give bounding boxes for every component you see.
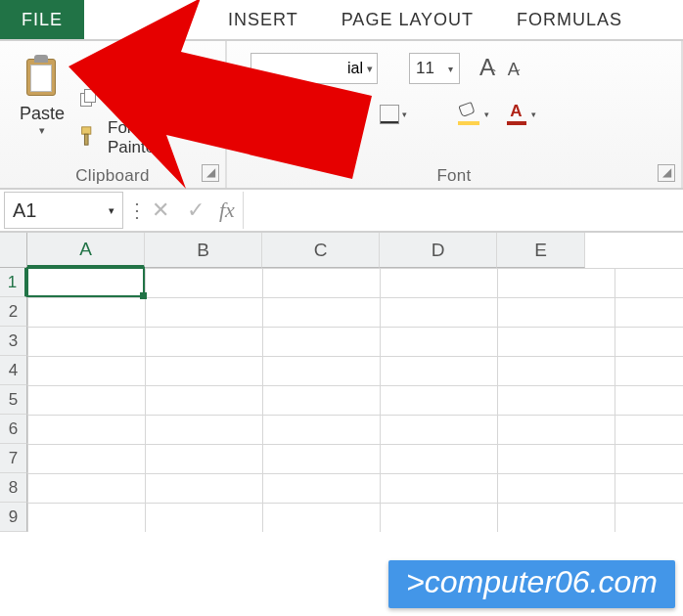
selected-cell[interactable] — [26, 267, 145, 297]
underline-button[interactable]: U▾ — [307, 104, 329, 126]
increase-font-button[interactable]: Aˆ — [479, 54, 496, 82]
format-painter-button[interactable]: Format Painter — [78, 118, 213, 157]
row-header[interactable]: 5 — [0, 385, 27, 415]
row-header[interactable]: 2 — [0, 297, 27, 327]
col-header[interactable]: C — [262, 233, 380, 268]
formula-bar: A1 ▾ ⋮ ✕ ✓ fx — [0, 190, 683, 233]
font-name-value: ial — [347, 60, 363, 77]
row-header[interactable]: 4 — [0, 356, 27, 385]
fill-color-button[interactable]: ▾ — [458, 104, 489, 125]
col-header[interactable]: B — [145, 233, 262, 268]
chevron-down-icon[interactable]: ▾ — [484, 110, 489, 119]
paste-label: Paste — [20, 104, 65, 124]
font-color-button[interactable]: A▾ — [507, 104, 536, 125]
cancel-formula-button[interactable]: ✕ — [143, 198, 178, 223]
tab-page-layout[interactable]: PAGE LAYOUT — [320, 0, 495, 39]
col-header[interactable]: E — [497, 233, 585, 268]
chevron-down-icon[interactable]: ▾ — [531, 110, 536, 119]
name-box[interactable]: A1 ▾ — [4, 192, 123, 229]
group-clipboard-label: Clipboard — [0, 166, 225, 186]
watermark: >computer06.com — [388, 560, 675, 608]
svg-point-0 — [81, 69, 87, 75]
font-color-icon: A — [507, 104, 528, 125]
svg-point-1 — [92, 69, 98, 75]
font-name-combo[interactable]: ial ▾ — [250, 53, 378, 84]
svg-rect-3 — [84, 134, 88, 145]
select-all-corner[interactable] — [0, 233, 27, 268]
paste-button[interactable]: Paste ▾ — [12, 53, 72, 157]
dialog-launcher-icon[interactable]: ◢ — [202, 164, 219, 182]
ribbon-tabs: FILE INSERT PAGE LAYOUT FORMULAS — [0, 0, 683, 41]
tab-gap — [84, 0, 206, 39]
copy-button[interactable]: ▾ — [78, 89, 213, 110]
grow-shrink-font: Aˆ Aˇ — [479, 54, 520, 82]
clipboard-icon — [23, 53, 62, 100]
group-font-label: Font — [227, 166, 681, 186]
enter-formula-button[interactable]: ✓ — [178, 198, 213, 223]
chevron-down-icon[interactable]: ▾ — [324, 110, 329, 119]
cells-area[interactable] — [27, 268, 683, 532]
brush-icon — [78, 125, 100, 152]
group-font: ial ▾ 11 ▾ Aˆ Aˇ B I U▾ ▾ ▾ A▾ Font ◢ — [227, 41, 683, 188]
ribbon: Paste ▾ ▾ — [0, 41, 683, 190]
chevron-down-icon[interactable]: ▾ — [367, 63, 373, 75]
chevron-down-icon[interactable]: ▾ — [109, 204, 114, 217]
row-header[interactable]: 1 — [0, 268, 27, 297]
format-painter-label: Format Painter — [108, 118, 213, 157]
row-header[interactable]: 8 — [0, 473, 27, 503]
decrease-font-button[interactable]: Aˇ — [508, 60, 521, 82]
cut-button[interactable] — [78, 55, 213, 81]
fill-handle[interactable] — [140, 292, 147, 299]
tab-insert[interactable]: INSERT — [206, 0, 320, 39]
italic-button[interactable]: I — [282, 102, 289, 127]
chevron-down-icon[interactable]: ▾ — [115, 95, 120, 105]
separator: ⋮ — [127, 198, 143, 222]
formula-input[interactable] — [243, 192, 683, 229]
name-box-value: A1 — [13, 199, 36, 222]
scissors-icon — [78, 55, 100, 81]
copy-icon — [78, 89, 100, 110]
borders-button[interactable]: ▾ — [380, 105, 407, 124]
col-header[interactable]: A — [27, 233, 145, 268]
dialog-launcher-icon[interactable]: ◢ — [658, 164, 675, 182]
row-header[interactable]: 7 — [0, 444, 27, 473]
spreadsheet-grid: 1 2 3 4 5 6 7 8 9 A B C D E — [0, 233, 683, 536]
font-size-combo[interactable]: 11 ▾ — [409, 53, 460, 84]
group-clipboard: Paste ▾ ▾ — [0, 41, 227, 188]
bold-button[interactable]: B — [250, 104, 264, 126]
fx-label[interactable]: fx — [219, 198, 235, 223]
tab-formulas[interactable]: FORMULAS — [495, 0, 644, 39]
chevron-down-icon[interactable]: ▾ — [448, 64, 453, 74]
row-header[interactable]: 3 — [0, 327, 27, 356]
border-icon — [380, 105, 399, 124]
row-header[interactable]: 9 — [0, 503, 27, 532]
paint-bucket-icon — [458, 104, 481, 125]
chevron-down-icon[interactable]: ▾ — [39, 124, 45, 137]
chevron-down-icon[interactable]: ▾ — [402, 110, 407, 119]
row-header[interactable]: 6 — [0, 415, 27, 444]
tab-file[interactable]: FILE — [0, 0, 84, 39]
svg-rect-2 — [82, 126, 91, 133]
font-size-value: 11 — [416, 59, 434, 78]
col-header[interactable]: D — [380, 233, 497, 268]
